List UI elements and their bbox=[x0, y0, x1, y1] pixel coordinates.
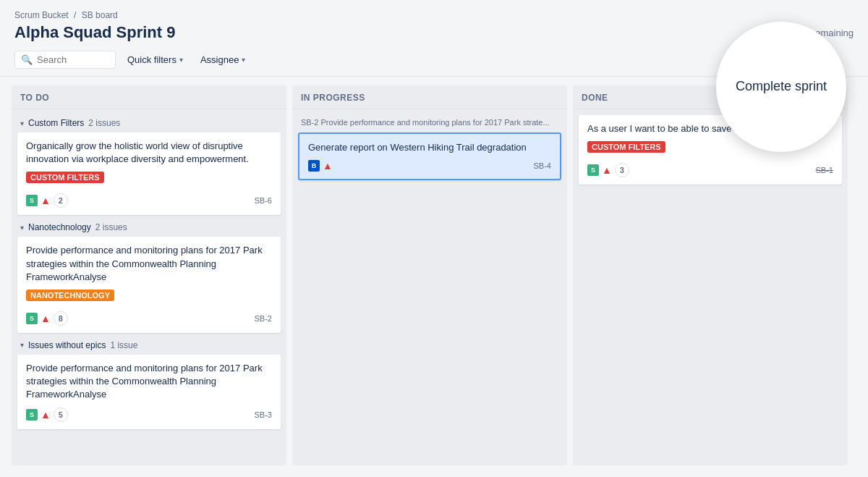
card-sb6-title: Organically grow the holistic world view… bbox=[26, 140, 272, 166]
card-sb6[interactable]: Organically grow the holistic world view… bbox=[17, 132, 281, 215]
epic-name-no-epic: Issues without epics bbox=[28, 340, 106, 350]
card-sb2[interactable]: Provide performance and monitoring plans… bbox=[17, 237, 281, 333]
priority-icon-sb3: ▲ bbox=[41, 409, 51, 421]
breadcrumb-separator: / bbox=[74, 10, 76, 20]
card-id-sb4: SB-4 bbox=[534, 161, 551, 170]
column-todo-label: TO DO bbox=[20, 93, 49, 103]
epic-group-nanotechnology: ▾ Nanotechnology 2 issues Provide perfor… bbox=[17, 219, 281, 333]
breadcrumb-parent[interactable]: Scrum Bucket bbox=[14, 10, 69, 20]
assignee-label: Assignee bbox=[200, 54, 239, 65]
column-done-label: DONE bbox=[582, 93, 608, 103]
column-done-body: As a user I want to be able to save user… bbox=[573, 109, 848, 465]
card-sb2-footer: S ▲ 8 SB-2 bbox=[26, 311, 272, 326]
quick-filters-button[interactable]: Quick filters ▾ bbox=[122, 51, 189, 68]
column-todo-body: ▾ Custom Filters 2 issues Organically gr… bbox=[12, 109, 286, 465]
card-sb6-footer: S ▲ 2 SB-6 bbox=[26, 193, 272, 208]
epic-chevron-no-epic: ▾ bbox=[20, 341, 24, 349]
story-points-sb1: 3 bbox=[615, 163, 629, 177]
epic-group-no-epic-header[interactable]: ▾ Issues without epics 1 issue bbox=[17, 337, 281, 355]
column-inprogress-header: IN PROGRESS bbox=[292, 85, 567, 109]
search-box[interactable]: 🔍 bbox=[14, 51, 116, 69]
card-sb1-footer: S ▲ 3 SB-1 bbox=[587, 163, 833, 177]
search-input[interactable] bbox=[37, 54, 109, 65]
inprogress-drag-ref: SB-2 Provide performance and monitoring … bbox=[298, 115, 561, 130]
card-sb4[interactable]: Generate report on Western Hiking Trail … bbox=[298, 132, 561, 180]
card-sb3-title: Provide performance and monitoring plans… bbox=[26, 362, 272, 402]
card-sb4-title: Generate report on Western Hiking Trail … bbox=[308, 141, 551, 154]
card-id-sb3: SB-3 bbox=[255, 410, 272, 419]
card-sb6-meta: S ▲ 2 bbox=[26, 193, 68, 208]
page-title: Alpha Squad Sprint 9 bbox=[14, 23, 175, 42]
column-inprogress-body: SB-2 Provide performance and monitoring … bbox=[292, 109, 567, 465]
story-points-sb2: 8 bbox=[54, 311, 68, 326]
complete-sprint-label: Complete sprint bbox=[721, 64, 841, 109]
card-sb2-meta: S ▲ 8 bbox=[26, 311, 68, 326]
story-points-sb6: 2 bbox=[54, 193, 68, 208]
priority-icon-sb6: ▲ bbox=[41, 195, 51, 206]
search-icon: 🔍 bbox=[21, 54, 33, 65]
card-sb4-footer: B ▲ SB-4 bbox=[308, 160, 551, 172]
priority-icon-sb4: ▲ bbox=[323, 160, 333, 172]
card-sb3[interactable]: Provide performance and monitoring plans… bbox=[17, 355, 281, 429]
card-sb4-meta: B ▲ bbox=[308, 160, 333, 172]
epic-group-custom-filters: ▾ Custom Filters 2 issues Organically gr… bbox=[17, 115, 281, 215]
story-icon-sb6: S bbox=[26, 195, 38, 206]
quick-filters-chevron: ▾ bbox=[179, 56, 183, 64]
card-sb6-label: CUSTOM FILTERS bbox=[26, 172, 104, 183]
priority-icon-sb2: ▲ bbox=[41, 313, 51, 324]
card-sb3-footer: S ▲ 5 SB-3 bbox=[26, 408, 272, 422]
story-icon-sb2: S bbox=[26, 313, 38, 324]
story-points-sb3: 5 bbox=[54, 408, 68, 422]
story-icon-sb3: S bbox=[26, 409, 38, 421]
assignee-button[interactable]: Assignee ▾ bbox=[195, 51, 251, 68]
epic-name-custom-filters: Custom Filters bbox=[28, 118, 84, 128]
epic-group-nanotechnology-header[interactable]: ▾ Nanotechnology 2 issues bbox=[17, 219, 281, 237]
column-todo-header: TO DO bbox=[12, 85, 286, 109]
epic-count-no-epic: 1 issue bbox=[110, 340, 137, 350]
epic-group-custom-filters-header[interactable]: ▾ Custom Filters 2 issues bbox=[17, 115, 281, 132]
breadcrumb: Scrum Bucket / SB board bbox=[14, 10, 854, 20]
story-icon-sb4: B bbox=[308, 160, 320, 172]
story-icon-sb1: S bbox=[587, 164, 599, 176]
card-sb3-meta: S ▲ 5 bbox=[26, 408, 68, 422]
epic-name-nanotechnology: Nanotechnology bbox=[28, 222, 91, 232]
card-id-sb6: SB-6 bbox=[255, 196, 272, 205]
card-id-sb2: SB-2 bbox=[255, 314, 272, 323]
card-sb1-label: CUSTOM FILTERS bbox=[587, 141, 665, 153]
epic-chevron-nanotechnology: ▾ bbox=[20, 224, 24, 232]
breadcrumb-current[interactable]: SB board bbox=[82, 10, 118, 20]
inprogress-nanotechnology-group: SB-2 Provide performance and monitoring … bbox=[298, 115, 561, 180]
epic-count-custom-filters: 2 issues bbox=[88, 118, 120, 128]
priority-icon-sb1: ▲ bbox=[602, 164, 612, 176]
column-inprogress: IN PROGRESS SB-2 Provide performance and… bbox=[292, 85, 567, 465]
epic-group-no-epic: ▾ Issues without epics 1 issue Provide p… bbox=[17, 337, 281, 429]
epic-count-nanotechnology: 2 issues bbox=[95, 222, 127, 232]
column-inprogress-label: IN PROGRESS bbox=[301, 93, 365, 103]
card-sb2-title: Provide performance and monitoring plans… bbox=[26, 244, 272, 284]
card-sb1-meta: S ▲ 3 bbox=[587, 163, 629, 177]
quick-filters-label: Quick filters bbox=[127, 54, 176, 65]
complete-sprint-button[interactable]: Complete sprint bbox=[716, 22, 846, 152]
assignee-chevron: ▾ bbox=[242, 56, 245, 64]
epic-chevron-custom-filters: ▾ bbox=[20, 119, 24, 127]
complete-sprint-overlay: Complete sprint bbox=[716, 22, 846, 152]
card-sb2-label: NANOTECHNOLOGY bbox=[26, 290, 114, 301]
card-id-sb1: SB-1 bbox=[816, 166, 833, 174]
column-todo: TO DO ▾ Custom Filters 2 issues Organica… bbox=[12, 85, 286, 465]
